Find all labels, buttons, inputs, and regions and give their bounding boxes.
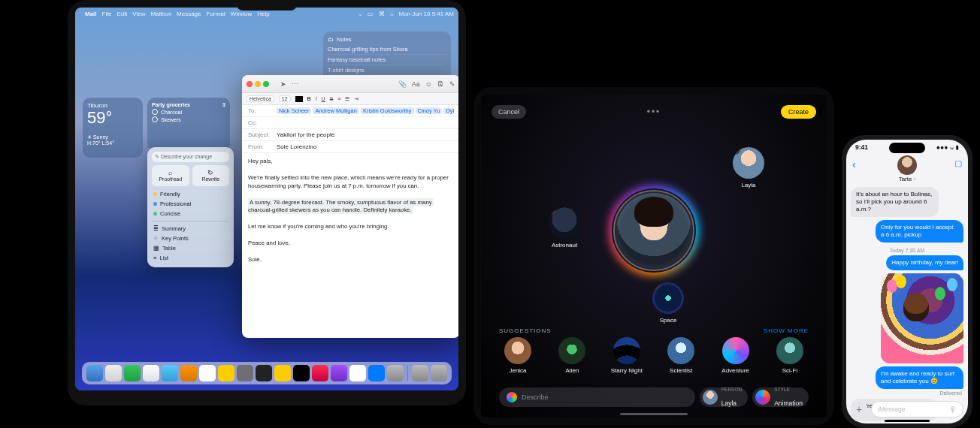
format-icon[interactable]: Aa: [412, 80, 420, 88]
mail-subject-field[interactable]: Yakitori for the people: [277, 131, 454, 138]
indent-button[interactable]: ⇥: [354, 96, 358, 102]
tone-friendly[interactable]: Friendly: [152, 189, 229, 199]
action-summary[interactable]: ≣Summary: [152, 224, 229, 234]
dock-reminders-icon[interactable]: [256, 365, 272, 381]
reminders-widget[interactable]: Party groceries 3 Charcoal Skewers: [147, 98, 230, 152]
dock-facetime-icon[interactable]: [199, 365, 216, 381]
back-button[interactable]: ‹: [852, 158, 856, 170]
action-table[interactable]: ▦Table: [152, 243, 229, 253]
attach-icon[interactable]: 📎: [398, 80, 407, 88]
address-chip[interactable]: Cindy Yu: [416, 107, 443, 114]
address-chip[interactable]: Nick Scheer: [277, 107, 311, 114]
reminder-checkbox[interactable]: [152, 109, 158, 115]
address-chip[interactable]: Andrew Mulligan: [313, 107, 358, 114]
address-chip[interactable]: Dylan Edwards: [443, 107, 454, 114]
concept-chip-astronaut[interactable]: − Astronaut: [549, 207, 580, 249]
incoming-message[interactable]: It's about an hour to Bolinas, so I'll p…: [851, 187, 939, 217]
header-toggle-icon[interactable]: ⋯: [292, 80, 298, 88]
dock-appstore-icon[interactable]: [368, 365, 385, 381]
remove-chip-icon[interactable]: −: [733, 147, 740, 155]
dock-news-icon[interactable]: [349, 365, 366, 381]
facetime-icon[interactable]: ▢: [954, 158, 962, 168]
dock-maps-icon[interactable]: [162, 365, 178, 381]
rewrite-button[interactable]: ↻Rewrite: [192, 165, 230, 186]
battery-icon[interactable]: ▭: [368, 11, 374, 17]
dock-safari-icon[interactable]: [105, 365, 122, 381]
close-button[interactable]: [247, 81, 253, 87]
mail-to-field[interactable]: Nick ScheerAndrew MulliganKristin Goldsw…: [277, 107, 454, 114]
menubar-datetime[interactable]: Mon Jun 10 9:41 AM: [399, 11, 454, 17]
menubar-help[interactable]: Help: [257, 11, 269, 17]
show-more-button[interactable]: SHOW MORE: [764, 327, 809, 334]
weather-widget[interactable]: Tiburon 59° ☀︎ Sunny H:70° L:54°: [83, 98, 143, 158]
tone-concise[interactable]: Concise: [152, 209, 229, 219]
remove-chip-icon[interactable]: −: [549, 207, 556, 215]
dock-podcasts-icon[interactable]: [331, 365, 347, 381]
mail-from-field[interactable]: Sole Lorenzino: [277, 143, 454, 150]
dock-notes-icon[interactable]: [274, 365, 291, 381]
font-size-select[interactable]: 12: [279, 95, 291, 102]
proofread-button[interactable]: ⌕Proofread: [152, 165, 189, 186]
menubar-view[interactable]: View: [132, 11, 145, 17]
mail-body[interactable]: Hey pals, We're finally settled into the…: [242, 153, 458, 338]
contact-name[interactable]: Tarte: [899, 176, 912, 182]
outgoing-message[interactable]: Only for you would I accept a 6 a.m. pic…: [876, 220, 963, 243]
menubar-mailbox[interactable]: Mailbox: [150, 11, 171, 17]
contact-avatar[interactable]: [897, 155, 917, 175]
dock-contacts-icon[interactable]: [237, 365, 253, 381]
notes-item[interactable]: Charcoal grilling tips from Sbora: [328, 44, 446, 55]
minimize-button[interactable]: [255, 81, 261, 87]
send-icon[interactable]: ➤: [280, 80, 286, 88]
suggestion-adventure[interactable]: Adventure: [717, 337, 755, 374]
outgoing-image-message[interactable]: [881, 273, 963, 363]
zoom-button[interactable]: [263, 81, 269, 87]
create-button[interactable]: Create: [781, 105, 816, 119]
suggestion-jenica[interactable]: Jenica: [499, 337, 537, 374]
mail-cc-field[interactable]: [277, 119, 454, 126]
dock-tv-icon[interactable]: [293, 365, 310, 381]
dock-trash-icon[interactable]: [431, 365, 447, 381]
dictation-icon[interactable]: 🎙: [949, 405, 957, 414]
list-button[interactable]: ☰: [345, 96, 349, 102]
dock-calendar-icon[interactable]: [218, 365, 234, 381]
menubar-file[interactable]: File: [102, 11, 112, 17]
dock-photos-icon[interactable]: [180, 365, 197, 381]
remove-chip-icon[interactable]: −: [652, 282, 660, 290]
notes-item[interactable]: T-shirt designs: [328, 65, 446, 76]
dock-finder-icon[interactable]: [86, 365, 103, 381]
message-field[interactable]: iMessage 🎙: [871, 401, 963, 417]
font-family-select[interactable]: Helvetica: [247, 95, 274, 102]
control-center-icon[interactable]: ⌘: [379, 11, 385, 17]
emoji-icon[interactable]: ☺: [425, 80, 432, 88]
describe-field[interactable]: Describe: [499, 387, 695, 407]
text-color-swatch[interactable]: [295, 96, 303, 102]
tone-professional[interactable]: Professional: [152, 199, 229, 209]
dock-messages-icon[interactable]: [124, 365, 141, 381]
suggestion-starry-night[interactable]: Starry Night: [608, 337, 646, 374]
plus-button[interactable]: +: [851, 401, 867, 417]
person-picker[interactable]: PERSONLayla: [700, 387, 748, 407]
dock-mail-icon[interactable]: [143, 365, 159, 381]
align-button[interactable]: ≡: [337, 96, 340, 101]
dock-settings-icon[interactable]: [387, 365, 404, 381]
suggestion-sci-fi[interactable]: Sci-Fi: [771, 337, 809, 374]
writing-tools-icon[interactable]: ✎: [449, 80, 455, 88]
home-indicator[interactable]: [885, 420, 930, 422]
outgoing-message[interactable]: I'm awake and ready to surf and celebrat…: [876, 366, 963, 389]
action-key-points[interactable]: ⁘Key Points: [152, 234, 229, 243]
home-indicator[interactable]: [620, 413, 688, 415]
dock-downloads-icon[interactable]: [412, 365, 428, 381]
menubar-edit[interactable]: Edit: [116, 11, 127, 17]
address-chip[interactable]: Kristin Goldsworthy: [361, 107, 414, 114]
wifi-icon[interactable]: ⌵: [358, 11, 362, 17]
notes-item[interactable]: Fantasy baseball notes: [328, 55, 446, 65]
bold-button[interactable]: B: [307, 96, 311, 101]
menubar-format[interactable]: Format: [207, 11, 225, 17]
menubar-message[interactable]: Message: [177, 11, 201, 17]
suggestion-alien[interactable]: Alien: [553, 337, 591, 374]
outgoing-message[interactable]: Happy birthday, my dear!: [886, 255, 963, 270]
more-icon[interactable]: •••: [647, 107, 661, 117]
strike-button[interactable]: S: [330, 96, 334, 101]
cancel-button[interactable]: Cancel: [492, 105, 526, 119]
photo-icon[interactable]: 🖻: [437, 80, 444, 88]
